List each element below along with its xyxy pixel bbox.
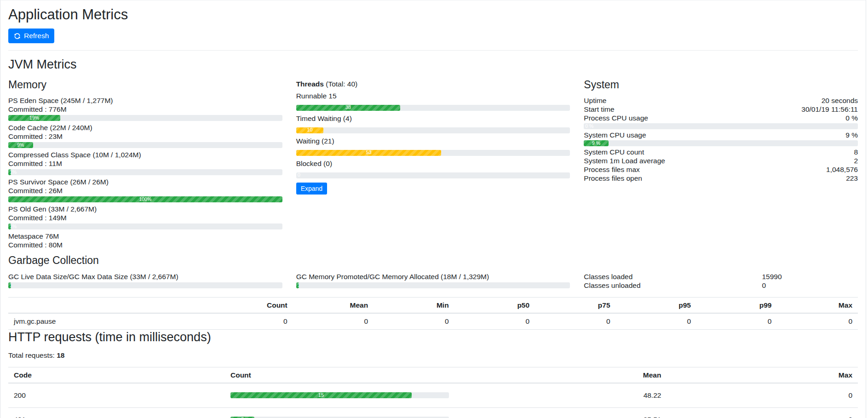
memory-title: Memory (8, 79, 282, 92)
http-requests-table: Code Count Mean Max 200 15 48.22 0 (8, 367, 858, 418)
table-row-code-200: 200 15 48.22 0 (8, 383, 858, 407)
gc-title: Garbage Collection (8, 254, 858, 267)
http-col-max: Max (667, 367, 858, 384)
memory-item-label: PS Old Gen (33M / 2,667M) (8, 205, 282, 213)
http-row-code: 200 (8, 383, 225, 407)
gc-col-name (8, 297, 212, 313)
memory-item-label: Compressed Class Space (10M / 1,024M) (8, 150, 282, 159)
table-row-code-401: 401 2 35.51 0 (8, 407, 858, 418)
system-row-value: 8 (854, 148, 858, 156)
memory-item-label: PS Eden Space (245M / 1,277M) (8, 96, 282, 105)
gc-table-header-row: Count Mean Min p50 p75 p95 p99 Max (8, 297, 858, 313)
gc-row-count: 0 (212, 313, 293, 329)
system-row-label: Uptime (584, 96, 606, 105)
system-row-value: 223 (846, 174, 858, 183)
thread-progress: 0 (296, 172, 570, 178)
memory-item-ps-old-gen: PS Old Gen (33M / 2,667M) Committed : 14… (8, 205, 282, 229)
gc-col-max: Max (777, 297, 858, 313)
system-row-system-cpu: System CPU usage 9 % (584, 131, 858, 139)
gc-bar-label: GC Memory Promoted/GC Memory Allocated (… (296, 272, 570, 281)
thread-label: Runnable 15 (296, 92, 570, 100)
system-row-label: Start time (584, 105, 614, 114)
thread-progress-label: 10 (307, 127, 312, 133)
http-row-mean: 35.51 (454, 407, 667, 418)
thread-label: Timed Waiting (4) (296, 114, 570, 123)
http-col-count: Count (225, 367, 454, 384)
system-cpu-progress: 9 % (584, 140, 858, 146)
gc-row-p95: 0 (616, 313, 696, 329)
memory-progress: 19% (8, 115, 282, 121)
system-row-value: 0 % (845, 114, 858, 122)
system-row-uptime: Uptime 20 seconds (584, 96, 858, 105)
thread-label: Blocked (0) (296, 159, 570, 168)
system-row-label: System CPU usage (584, 131, 646, 139)
system-row-files-open: Process files open 223 (584, 174, 858, 183)
system-row-label: Process files open (584, 174, 642, 183)
memory-progress-label: 1% (10, 169, 17, 175)
total-requests-label: Total requests: (8, 351, 55, 359)
memory-item-committed: Committed : 23M (8, 132, 282, 141)
gc-row-mean: 0 (293, 313, 374, 329)
memory-item-committed: Committed : 26M (8, 186, 282, 195)
system-row-value: 20 seconds (822, 96, 858, 105)
thread-progress-label: 53 (366, 149, 371, 156)
gc-col-count: Count (212, 297, 293, 313)
http-col-code: Code (8, 367, 225, 384)
process-cpu-progress: 0 % (584, 123, 858, 129)
thread-item-runnable: Runnable 15 38 (296, 92, 570, 111)
system-row-files-max: Process files max 1,048,576 (584, 165, 858, 174)
classes-unloaded-label: Classes unloaded (584, 281, 762, 290)
refresh-button[interactable]: Refresh (8, 29, 54, 43)
expand-button[interactable]: Expand (296, 183, 327, 195)
gc-col-p95: p95 (616, 297, 696, 313)
thread-progress: 53 (296, 150, 570, 156)
gc-classes: Classes loaded 15990 Classes unloaded 0 (584, 272, 858, 291)
refresh-button-label: Refresh (24, 31, 49, 40)
gc-progress: 1% (8, 282, 282, 288)
gc-row-max: 0 (777, 313, 858, 329)
system-row-value: 30/01/19 11:56:11 (801, 105, 858, 114)
gc-row-p99: 0 (696, 313, 777, 329)
memory-column: Memory PS Eden Space (245M / 1,277M) Com… (8, 79, 282, 251)
http-row-max: 0 (667, 383, 858, 407)
system-row-cpu-count: System CPU count 8 (584, 148, 858, 156)
threads-total: (Total: 40) (326, 80, 357, 88)
system-row-value: 2 (854, 156, 858, 165)
memory-progress: 1% (8, 169, 282, 175)
memory-progress: 9% (8, 142, 282, 148)
threads-heading: Threads (Total: 40) (296, 80, 570, 88)
total-requests-value: 18 (57, 351, 64, 359)
jvm-columns: Memory PS Eden Space (245M / 1,277M) Com… (8, 79, 858, 251)
memory-item-ps-survivor: PS Survivor Space (26M / 26M) Committed … (8, 178, 282, 202)
jvm-metrics-title: JVM Metrics (8, 57, 858, 72)
memory-item-label: Code Cache (22M / 240M) (8, 123, 282, 132)
system-row-label: System CPU count (584, 148, 644, 156)
gc-col-p50: p50 (454, 297, 535, 313)
threads-column: Threads (Total: 40) Runnable 15 38 Timed… (296, 79, 570, 251)
thread-progress: 10 (296, 127, 570, 133)
http-row-code: 401 (8, 407, 225, 418)
gc-row-min: 0 (374, 313, 454, 329)
http-progress-label: 15 (318, 392, 324, 399)
http-progress-label: 2 (241, 416, 244, 418)
classes-loaded-value: 15990 (762, 272, 858, 281)
thread-item-waiting: Waiting (21) 53 (296, 137, 570, 156)
memory-progress-label: 100% (139, 196, 151, 202)
metrics-page: Application Metrics Refresh JVM Metrics … (0, 0, 866, 418)
thread-item-blocked: Blocked (0) 0 (296, 159, 570, 178)
memory-item-compressed-class: Compressed Class Space (10M / 1,024M) Co… (8, 150, 282, 175)
refresh-icon (14, 33, 21, 40)
table-row: jvm.gc.pause 0 0 0 0 0 0 0 0 (8, 313, 858, 329)
system-row-start-time: Start time 30/01/19 11:56:11 (584, 105, 858, 114)
system-row-value: 1,048,576 (826, 165, 858, 174)
system-row-label: System 1m Load average (584, 156, 665, 165)
memory-item-committed: Committed : 776M (8, 105, 282, 114)
memory-progress-label: 9% (17, 142, 24, 148)
memory-item-ps-eden: PS Eden Space (245M / 1,277M) Committed … (8, 96, 282, 121)
memory-progress: 1% (8, 223, 282, 229)
system-column: System Uptime 20 seconds Start time 30/0… (584, 79, 858, 251)
gc-progress: 1% (296, 282, 570, 288)
memory-item-metaspace: Metaspace 76M Committed : 80M (8, 232, 282, 249)
gc-metrics-table: Count Mean Min p50 p75 p95 p99 Max jvm.g… (8, 297, 858, 330)
gc-col-p99: p99 (696, 297, 777, 313)
